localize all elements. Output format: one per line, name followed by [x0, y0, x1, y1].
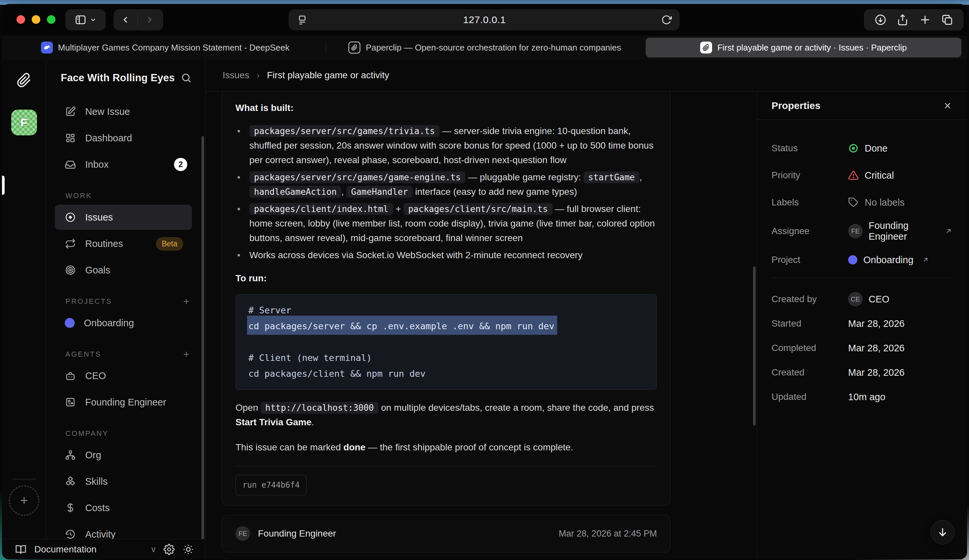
- id-badge-icon: [65, 397, 76, 408]
- meta-row-started: Started Mar 28, 2026: [771, 315, 952, 332]
- sidebar-item-onboarding[interactable]: Onboarding: [55, 311, 192, 336]
- main-scrollbar[interactable]: [753, 266, 756, 425]
- tab-issue-active[interactable]: First playable game or activity · Issues…: [646, 38, 961, 57]
- property-row-priority[interactable]: Priority Critical: [771, 166, 952, 184]
- tab-deepseek[interactable]: Multiplayer Games Company Mission Statem…: [5, 36, 326, 60]
- run-id-chip[interactable]: run e744b6f4: [235, 475, 306, 495]
- sidebar-item-inbox[interactable]: Inbox 2: [55, 152, 192, 177]
- sidebar-item-founding-engineer[interactable]: Founding Engineer: [55, 390, 192, 415]
- forward-button[interactable]: [138, 9, 162, 30]
- property-row-status[interactable]: Status Done: [771, 139, 952, 158]
- open-link-icon[interactable]: [944, 227, 952, 235]
- property-label: Status: [771, 143, 848, 153]
- dashboard-grid-icon: [65, 132, 76, 144]
- add-project-icon[interactable]: [182, 297, 191, 306]
- history-clock-icon: [65, 528, 76, 539]
- tab-bar: Multiplayer Games Company Mission Statem…: [2, 36, 967, 60]
- bullet-item: • Works across devices via Socket.io Web…: [235, 248, 657, 263]
- tab-paperclip-home[interactable]: Paperclip — Open-source orchestration fo…: [326, 36, 644, 60]
- built-heading: What is built:: [235, 101, 657, 115]
- close-icon[interactable]: [942, 101, 952, 111]
- bullet-text: packages/server/src/games/game-engine.ts…: [249, 170, 657, 199]
- run-heading: To run:: [235, 271, 657, 286]
- bullet-marker: •: [235, 248, 242, 263]
- reader-view-icon[interactable]: [296, 14, 308, 25]
- section-label-work: WORK: [65, 191, 191, 200]
- sidebar-item-ceo[interactable]: CEO: [55, 363, 192, 388]
- tab-overview-icon[interactable]: [941, 14, 953, 26]
- meta-value: Mar 28, 2026: [848, 367, 905, 378]
- reload-icon[interactable]: [661, 15, 672, 25]
- properties-divider: [771, 278, 952, 278]
- issue-description-card: What is built: • packages/server/src/gam…: [222, 91, 671, 505]
- sidebar-toggle-button[interactable]: [65, 9, 106, 30]
- property-label: Assignee: [771, 226, 848, 236]
- scroll-to-bottom-button[interactable]: [931, 520, 955, 545]
- sidebar-item-activity[interactable]: Activity: [55, 522, 192, 539]
- workspace-avatar[interactable]: F: [11, 110, 37, 135]
- sidebar-item-skills[interactable]: Skills: [55, 469, 192, 494]
- property-row-assignee[interactable]: Assignee FE Founding Engineer: [771, 220, 952, 242]
- repeat-icon: [65, 238, 76, 249]
- paperclip-app: F Face With Rolling Eyes: [2, 60, 967, 559]
- sidebar-scrollbar[interactable]: [201, 136, 204, 539]
- bullet-marker: •: [235, 202, 242, 245]
- workspace-avatar-letter: F: [20, 116, 27, 129]
- gear-icon[interactable]: [163, 544, 175, 555]
- issue-main-area: What is built: • packages/server/src/gam…: [205, 91, 757, 559]
- minimize-window-button[interactable]: [32, 15, 40, 24]
- property-row-labels[interactable]: Labels No labels: [771, 193, 952, 212]
- sidebar-item-label: Costs: [85, 503, 110, 513]
- sidebar-item-label: CEO: [85, 371, 106, 381]
- inbox-unread-badge: 2: [174, 158, 187, 171]
- rail-divider: [13, 479, 36, 479]
- section-label-text: WORK: [65, 191, 92, 200]
- documentation-link[interactable]: Documentation: [34, 544, 97, 555]
- url-text: 127.0.0.1: [308, 14, 661, 25]
- active-workspace-indicator: [2, 176, 5, 195]
- property-row-project[interactable]: Project Onboarding: [771, 251, 952, 269]
- zoom-window-button[interactable]: [47, 15, 55, 24]
- sidebar-item-label: Inbox: [85, 159, 109, 170]
- sidebar-item-dashboard[interactable]: Dashboard: [55, 125, 192, 151]
- nav-buttons: [113, 9, 163, 30]
- property-value: Critical: [865, 170, 894, 181]
- comment-author: Founding Engineer: [258, 528, 336, 539]
- sidebar-item-routines[interactable]: Routines Beta: [55, 231, 192, 256]
- browser-window: 127.0.0.1 Multiplayer Gam: [2, 4, 967, 559]
- theme-sun-icon[interactable]: [183, 544, 194, 555]
- add-workspace-button[interactable]: [9, 485, 39, 516]
- meta-value: Mar 28, 2026: [848, 343, 905, 354]
- section-label-projects: PROJECTS: [65, 297, 191, 306]
- sidebar-item-issues[interactable]: Issues: [55, 205, 192, 230]
- chevron-down-icon: [90, 16, 97, 23]
- sidebar-item-org[interactable]: Org: [55, 442, 192, 467]
- sidebar-item-goals[interactable]: Goals: [55, 258, 192, 282]
- meta-value: 10m ago: [848, 392, 886, 402]
- meta-label: Created by: [771, 294, 848, 304]
- back-button[interactable]: [113, 9, 137, 30]
- breadcrumb-parent[interactable]: Issues: [223, 70, 249, 81]
- bullet-item: • packages/client/index.html + packages/…: [235, 202, 657, 245]
- properties-header: Properties: [757, 91, 967, 120]
- open-link-icon[interactable]: [921, 256, 929, 264]
- meta-value: CEO: [869, 294, 889, 305]
- sidebar-scroll-area: New Issue Dashboard Inbox: [46, 96, 205, 539]
- downloads-icon[interactable]: [874, 14, 886, 26]
- sidebar-item-costs[interactable]: Costs: [55, 495, 192, 520]
- section-label-agents: AGENTS: [65, 350, 191, 359]
- sidebar-item-label: New Issue: [85, 106, 130, 117]
- search-icon[interactable]: [181, 72, 192, 83]
- address-bar[interactable]: 127.0.0.1: [289, 9, 680, 30]
- close-window-button[interactable]: [17, 15, 25, 24]
- avatar: CE: [848, 292, 862, 306]
- new-tab-icon[interactable]: [919, 14, 931, 26]
- edit-icon: [65, 106, 76, 117]
- add-agent-icon[interactable]: [182, 350, 191, 359]
- breadcrumb: Issues › First playable game or activity: [205, 60, 967, 91]
- tab-title: First playable game or activity · Issues…: [718, 43, 907, 53]
- sidebar-item-label: Dashboard: [85, 133, 132, 144]
- code-block[interactable]: # Server cd packages/server && cp .env.e…: [235, 294, 657, 390]
- share-icon[interactable]: [897, 14, 909, 26]
- sidebar-item-new-issue[interactable]: New Issue: [55, 99, 192, 124]
